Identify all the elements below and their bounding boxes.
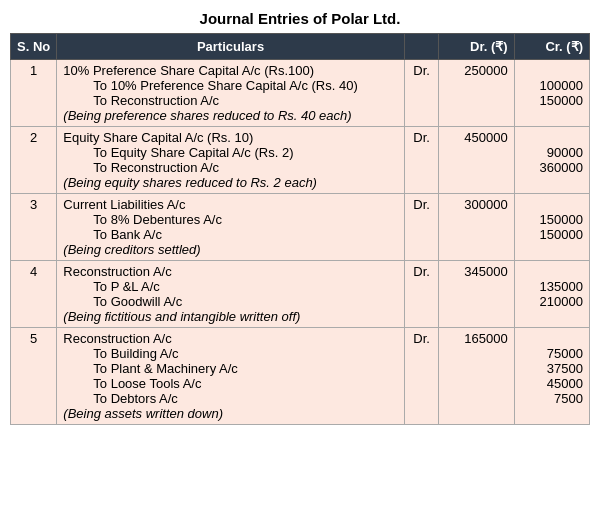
header-dr: Dr. (₹)	[439, 34, 514, 60]
row-sno-3: 3	[11, 194, 57, 261]
row-dr-label-1: Dr.	[404, 60, 439, 127]
row-particulars-1: 10% Preference Share Capital A/c (Rs.100…	[57, 60, 404, 127]
header-sno: S. No	[11, 34, 57, 60]
row-sno-1: 1	[11, 60, 57, 127]
row-dr-label-2: Dr.	[404, 127, 439, 194]
row-dr-label-5: Dr.	[404, 328, 439, 425]
row-dr-amount-2: 450000	[439, 127, 514, 194]
row-dr-label-4: Dr.	[404, 261, 439, 328]
row-cr-amounts-2: 90000360000	[514, 127, 589, 194]
row-cr-amounts-1: 100000150000	[514, 60, 589, 127]
row-particulars-4: Reconstruction A/cTo P &L A/cTo Goodwill…	[57, 261, 404, 328]
row-cr-amounts-3: 150000150000	[514, 194, 589, 261]
journal-entries-table: S. No Particulars Dr. (₹) Cr. (₹) 110% P…	[10, 33, 590, 425]
row-particulars-5: Reconstruction A/cTo Building A/cTo Plan…	[57, 328, 404, 425]
row-cr-amounts-5: 7500037500450007500	[514, 328, 589, 425]
row-sno-4: 4	[11, 261, 57, 328]
row-dr-amount-5: 165000	[439, 328, 514, 425]
header-cr: Cr. (₹)	[514, 34, 589, 60]
row-sno-2: 2	[11, 127, 57, 194]
header-particulars: Particulars	[57, 34, 404, 60]
row-dr-amount-1: 250000	[439, 60, 514, 127]
row-particulars-2: Equity Share Capital A/c (Rs. 10)To Equi…	[57, 127, 404, 194]
header-dr-label	[404, 34, 439, 60]
row-cr-amounts-4: 135000210000	[514, 261, 589, 328]
row-particulars-3: Current Liabilities A/cTo 8% Debentures …	[57, 194, 404, 261]
page-title: Journal Entries of Polar Ltd.	[10, 10, 590, 27]
row-dr-label-3: Dr.	[404, 194, 439, 261]
row-dr-amount-3: 300000	[439, 194, 514, 261]
row-dr-amount-4: 345000	[439, 261, 514, 328]
row-sno-5: 5	[11, 328, 57, 425]
